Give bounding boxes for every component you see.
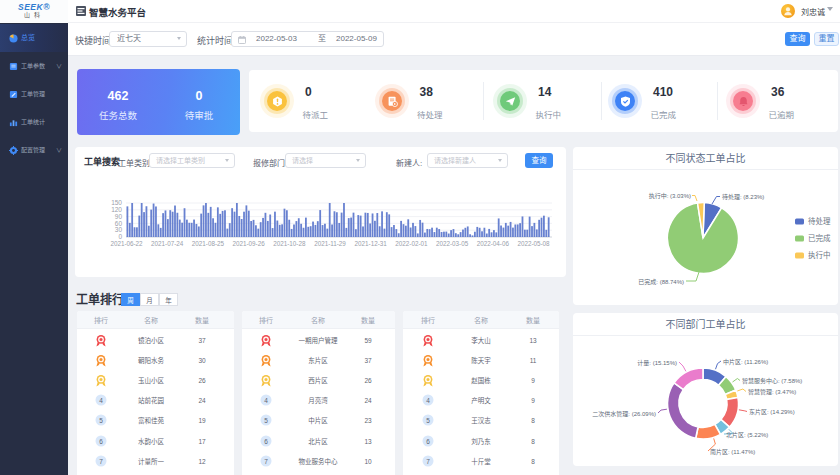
svg-text:智慧管理: (3.47%): 智慧管理: (3.47%) [748,388,796,396]
svg-text:已完成: 已完成 [808,233,831,243]
svg-text:已完成: (88.74%): 已完成: (88.74%) [638,278,684,286]
svg-text:2022-04-06: 2022-04-06 [477,240,510,247]
svg-text:2022-03-05: 2022-03-05 [436,240,469,247]
svg-text:智慧服务中心: (7.58%): 智慧服务中心: (7.58%) [742,377,802,385]
svg-text:计量: (15.15%): 计量: (15.15%) [637,359,677,367]
svg-text:2021-07-24: 2021-07-24 [151,240,184,247]
svg-text:待处理: 待处理 [808,216,831,226]
svg-text:2022-05-08: 2022-05-08 [517,240,550,247]
svg-text:2021-09-26: 2021-09-26 [232,240,265,247]
svg-text:执行中: 执行中 [808,250,831,260]
svg-text:2021-08-25: 2021-08-25 [192,240,225,247]
svg-text:中片区: (11.26%): 中片区: (11.26%) [723,358,768,366]
svg-text:二次供水管理: (26.09%): 二次供水管理: (26.09%) [592,410,656,418]
svg-text:2021-06-22: 2021-06-22 [110,240,143,247]
svg-text:南片区: (11.47%): 南片区: (11.47%) [710,448,755,456]
svg-text:北片区: (5.22%): 北片区: (5.22%) [726,431,768,439]
svg-text:东片区: (14.29%): 东片区: (14.29%) [749,408,795,416]
svg-text:2021-10-28: 2021-10-28 [273,240,306,247]
svg-text:2021-12-31: 2021-12-31 [355,240,388,247]
svg-text:2021-11-29: 2021-11-29 [314,240,346,247]
svg-text:待处理: (8.23%): 待处理: (8.23%) [722,193,764,201]
svg-text:执行中: (3.03%): 执行中: (3.03%) [649,192,691,200]
svg-text:2022-02-01: 2022-02-01 [395,240,428,247]
